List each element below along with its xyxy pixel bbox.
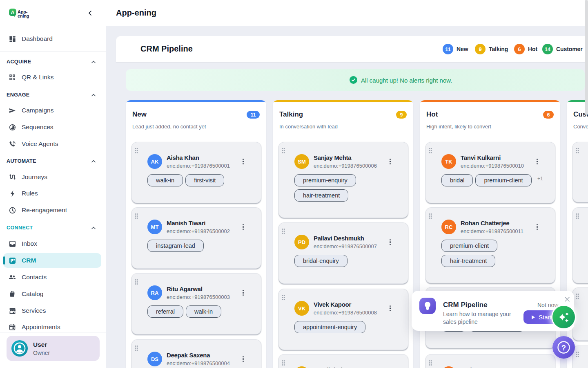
svg-text:?: ? (561, 343, 566, 352)
